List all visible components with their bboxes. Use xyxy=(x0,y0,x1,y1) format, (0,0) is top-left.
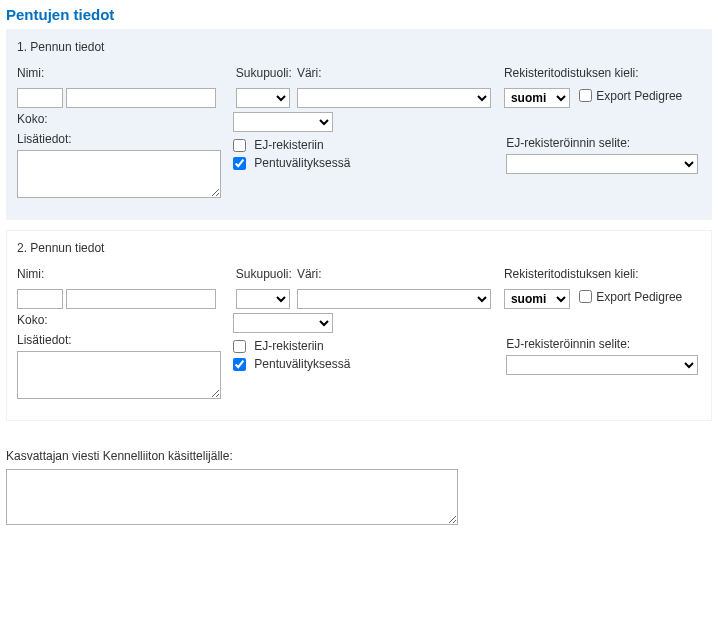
ej-explain-label: EJ-rekisteröinnin selite: xyxy=(506,337,701,351)
puppy-panel-title: 1. Pennun tiedot xyxy=(17,40,701,54)
pentuval-label: Pentuvälityksessä xyxy=(254,156,350,170)
ej-explain-select[interactable] xyxy=(506,355,698,375)
export-pedigree-label: Export Pedigree xyxy=(596,89,682,103)
ej-explain-select[interactable] xyxy=(506,154,698,174)
gender-label: Sukupuoli: xyxy=(236,66,297,80)
name-prefix-input[interactable] xyxy=(17,289,63,309)
ej-register-checkbox[interactable] xyxy=(233,139,246,152)
extra-textarea[interactable] xyxy=(17,150,221,198)
ej-register-checkbox[interactable] xyxy=(233,340,246,353)
gender-label: Sukupuoli: xyxy=(236,267,297,281)
lang-select[interactable]: suomi xyxy=(504,289,570,309)
gender-select[interactable] xyxy=(236,289,290,309)
puppy-panel: 1. Pennun tiedot Nimi: Sukupuoli: Väri: … xyxy=(6,29,712,220)
name-prefix-input[interactable] xyxy=(17,88,63,108)
name-label: Nimi: xyxy=(17,66,236,80)
lang-select[interactable]: suomi xyxy=(504,88,570,108)
export-pedigree-checkbox[interactable] xyxy=(579,290,592,303)
name-input[interactable] xyxy=(66,289,216,309)
color-label: Väri: xyxy=(297,267,504,281)
message-label: Kasvattajan viesti Kennelliiton käsittel… xyxy=(6,449,712,463)
size-label: Koko: xyxy=(17,112,233,126)
page-title: Pentujen tiedot xyxy=(6,6,712,23)
gender-select[interactable] xyxy=(236,88,290,108)
extra-label: Lisätiedot: xyxy=(17,132,233,146)
message-textarea[interactable] xyxy=(6,469,458,525)
name-input[interactable] xyxy=(66,88,216,108)
export-pedigree-checkbox[interactable] xyxy=(579,89,592,102)
export-pedigree-label: Export Pedigree xyxy=(596,290,682,304)
color-label: Väri: xyxy=(297,66,504,80)
lang-label: Rekisteritodistuksen kieli: xyxy=(504,66,701,80)
color-select[interactable] xyxy=(297,88,491,108)
extra-label: Lisätiedot: xyxy=(17,333,233,347)
color-select[interactable] xyxy=(297,289,491,309)
name-label: Nimi: xyxy=(17,267,236,281)
size-select[interactable] xyxy=(233,112,333,132)
size-select[interactable] xyxy=(233,313,333,333)
puppy-panel: 2. Pennun tiedot Nimi: Sukupuoli: Väri: … xyxy=(6,230,712,421)
lang-label: Rekisteritodistuksen kieli: xyxy=(504,267,701,281)
pentuval-checkbox[interactable] xyxy=(233,358,246,371)
extra-textarea[interactable] xyxy=(17,351,221,399)
size-label: Koko: xyxy=(17,313,233,327)
pentuval-checkbox[interactable] xyxy=(233,157,246,170)
ej-explain-label: EJ-rekisteröinnin selite: xyxy=(506,136,701,150)
puppy-panel-title: 2. Pennun tiedot xyxy=(17,241,701,255)
pentuval-label: Pentuvälityksessä xyxy=(254,357,350,371)
ej-register-label: EJ-rekisteriin xyxy=(254,339,323,353)
ej-register-label: EJ-rekisteriin xyxy=(254,138,323,152)
